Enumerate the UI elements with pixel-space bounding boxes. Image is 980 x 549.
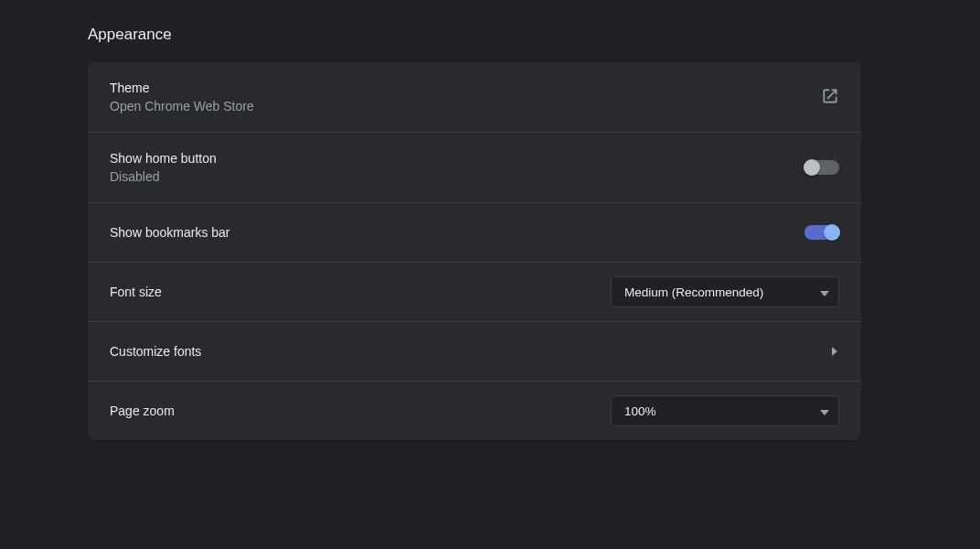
theme-label: Theme [110, 81, 254, 95]
show-home-button-label: Show home button [110, 151, 217, 166]
caret-down-icon [820, 285, 829, 299]
show-home-button-row: Show home button Disabled [88, 132, 861, 202]
appearance-panel: Theme Open Chrome Web Store Show home bu… [88, 62, 861, 440]
font-size-row: Font size Medium (Recommended) [88, 262, 861, 321]
show-home-button-toggle[interactable] [804, 160, 839, 175]
theme-sublabel: Open Chrome Web Store [110, 99, 254, 113]
show-bookmarks-bar-row: Show bookmarks bar [88, 202, 861, 262]
page-zoom-value: 100% [624, 404, 656, 418]
customize-fonts-label: Customize fonts [110, 344, 201, 359]
show-bookmarks-bar-toggle[interactable] [804, 225, 839, 240]
font-size-label: Font size [110, 285, 162, 299]
page-zoom-row: Page zoom 100% [88, 381, 861, 440]
theme-row[interactable]: Theme Open Chrome Web Store [88, 62, 861, 132]
font-size-select[interactable]: Medium (Recommended) [611, 276, 839, 307]
customize-fonts-row[interactable]: Customize fonts [88, 321, 861, 381]
chevron-right-icon [830, 344, 839, 359]
page-zoom-select[interactable]: 100% [611, 395, 839, 426]
show-bookmarks-bar-label: Show bookmarks bar [110, 225, 230, 240]
show-home-button-sublabel: Disabled [110, 169, 217, 184]
font-size-value: Medium (Recommended) [624, 285, 763, 299]
caret-down-icon [820, 404, 829, 418]
section-title-appearance: Appearance [88, 26, 980, 44]
open-in-new-icon [821, 87, 839, 108]
page-zoom-label: Page zoom [110, 404, 175, 418]
